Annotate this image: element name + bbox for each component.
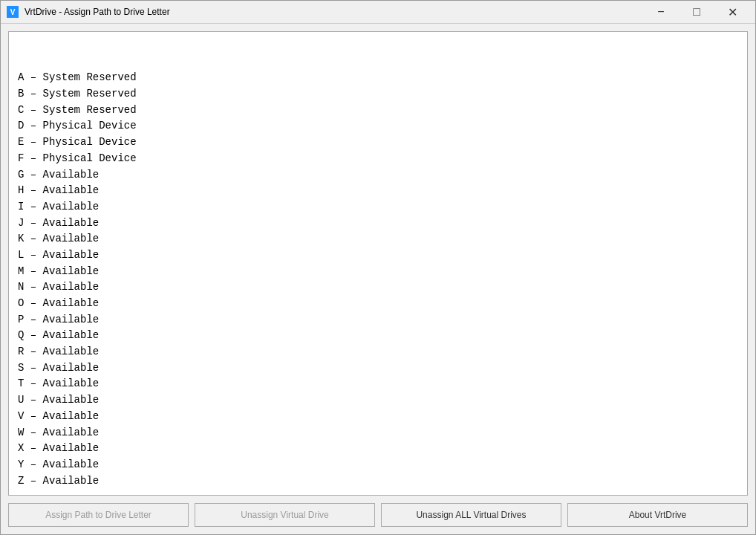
drive-item[interactable]: I – Available xyxy=(18,199,738,215)
drive-item[interactable]: W – Available xyxy=(18,425,738,441)
drive-item[interactable]: Y – Available xyxy=(18,457,738,473)
main-content: A – System ReservedB – System ReservedC … xyxy=(1,24,755,535)
drive-item[interactable]: E – Physical Device xyxy=(18,134,738,151)
drive-list: A – System ReservedB – System ReservedC … xyxy=(18,38,738,489)
drive-item[interactable]: Q – Available xyxy=(18,328,738,344)
drive-item[interactable]: A – System Reserved xyxy=(18,70,738,86)
drive-item[interactable]: X – Available xyxy=(18,441,738,457)
main-window: V VrtDrive - Assign Path to Drive Letter… xyxy=(0,0,756,535)
drive-item[interactable]: C – System Reserved xyxy=(18,103,738,119)
drive-item[interactable]: M – Available xyxy=(18,264,738,280)
drive-item[interactable]: H – Available xyxy=(18,183,738,199)
drive-item[interactable]: V – Available xyxy=(18,409,738,425)
drive-item[interactable]: F – Physical Device xyxy=(18,151,738,167)
drive-item[interactable]: J – Available xyxy=(18,215,738,232)
drive-item[interactable]: K – Available xyxy=(18,231,738,247)
unassign-all-button[interactable]: Unassign ALL Virtual Drives xyxy=(381,503,561,527)
window-title: VrtDrive - Assign Path to Drive Letter xyxy=(25,7,644,17)
close-button[interactable]: ✕ xyxy=(715,1,749,23)
drive-item[interactable]: R – Available xyxy=(18,344,738,360)
minimize-button[interactable]: − xyxy=(644,1,678,23)
about-button[interactable]: About VrtDrive xyxy=(567,503,748,527)
drive-item[interactable]: L – Available xyxy=(18,247,738,264)
drive-item[interactable]: D – Physical Device xyxy=(18,118,738,134)
title-bar: V VrtDrive - Assign Path to Drive Letter… xyxy=(1,1,755,24)
drive-list-container[interactable]: A – System ReservedB – System ReservedC … xyxy=(8,31,748,496)
assign-path-button[interactable]: Assign Path to Drive Letter xyxy=(8,503,189,527)
drive-item[interactable]: U – Available xyxy=(18,392,738,409)
drive-item[interactable]: P – Available xyxy=(18,312,738,328)
drive-item[interactable]: T – Available xyxy=(18,376,738,392)
window-controls: − □ ✕ xyxy=(644,1,749,23)
drive-item[interactable]: Z – Available xyxy=(18,473,738,490)
drive-item[interactable]: O – Available xyxy=(18,296,738,312)
drive-item[interactable]: B – System Reserved xyxy=(18,86,738,103)
drive-item[interactable]: N – Available xyxy=(18,279,738,296)
drive-item[interactable]: S – Available xyxy=(18,360,738,377)
maximize-button[interactable]: □ xyxy=(680,1,714,23)
app-icon: V xyxy=(7,6,19,18)
button-row: Assign Path to Drive Letter Unassign Vir… xyxy=(8,496,748,533)
unassign-virtual-drive-button[interactable]: Unassign Virtual Drive xyxy=(195,503,375,527)
drive-item[interactable]: G – Available xyxy=(18,167,738,184)
